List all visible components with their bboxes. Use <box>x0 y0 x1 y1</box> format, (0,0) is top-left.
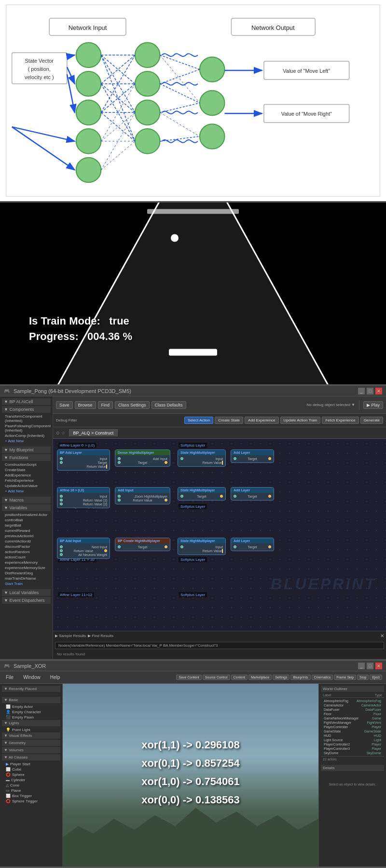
bp-var-expsize[interactable]: experienceMemorySize <box>2 565 51 570</box>
bp-var-arandom[interactable]: actionRandom <box>2 549 51 555</box>
xor-menu-window[interactable]: Window <box>21 675 42 680</box>
bp-var-pos[interactable]: positionNormalized Actor <box>2 512 51 517</box>
bp-sidebar-action[interactable]: ActionComp (Inherited) <box>2 433 51 438</box>
xor-menu-help[interactable]: Help <box>48 675 62 680</box>
bp-variables-header[interactable]: ▼ Variables <box>2 504 51 511</box>
outline-item-pc3[interactable]: PlayerController3Player <box>321 746 384 751</box>
bp-macros-header[interactable]: ▼ Macros <box>2 497 51 503</box>
xor-close-btn[interactable]: ✕ <box>375 663 382 669</box>
outline-item-fight[interactable]: FightVersManagerFightVers <box>321 720 384 725</box>
bp-functions-header[interactable]: ▼ Functions <box>2 454 51 461</box>
add-experience-btn[interactable]: Add Experience <box>245 417 278 424</box>
minimize-btn[interactable]: _ <box>358 388 365 394</box>
bp-sidebar-pawn[interactable]: PawnFollowingComponent (Inherited) <box>2 423 51 433</box>
bp-sidebar-transform[interactable]: TransformComponent (Inherited) <box>2 414 51 423</box>
xor-marketplace-btn[interactable]: Marketplace <box>248 675 272 680</box>
tab-construct[interactable]: BP_ALQ > Construct <box>69 429 118 436</box>
xor-eject-btn[interactable]: Eject <box>370 675 382 680</box>
bp-update-action[interactable]: UpdateActionValue <box>2 483 51 488</box>
save-btn[interactable]: Save <box>56 401 73 409</box>
outline-item-datafuser[interactable]: DataFuserDataFuser <box>321 707 384 712</box>
xor-frame-skip-btn[interactable]: Frame Skip <box>334 675 356 680</box>
xor-player-start[interactable]: ▶ Player Start <box>2 761 60 767</box>
play-btn[interactable]: ▶ Play <box>363 401 383 409</box>
state-vector-sub: ( position, <box>28 66 51 72</box>
bp-var-reward[interactable]: currentReward <box>2 528 51 533</box>
bp-var-expmem[interactable]: experienceMemory <box>2 560 51 565</box>
xor-empty-char[interactable]: 👤 Empty Character <box>2 709 60 715</box>
bp-var-discount[interactable]: discountFactor <box>2 544 51 549</box>
bp-components-header[interactable]: ▼ BP AI.AICell <box>2 398 51 405</box>
outline-item-light[interactable]: Light SourceLight <box>321 738 384 742</box>
outline-item-pc2[interactable]: PlayerController2Player <box>321 742 384 746</box>
bp-var-start[interactable]: Start Train <box>2 581 51 586</box>
xor-cone[interactable]: △ Cone <box>2 783 60 788</box>
xor-basic-header[interactable]: ▼ Basic <box>2 697 60 703</box>
xor-geometry-header[interactable]: ▼ Geometry <box>2 740 60 746</box>
xor-box-trigger[interactable]: ⬜ Box Trigger <box>2 793 60 799</box>
bp-var-dist[interactable]: DistRewardGlog <box>2 570 51 576</box>
xor-minimize-btn[interactable]: _ <box>358 663 365 669</box>
outline-item-floor[interactable]: FloorFloor <box>321 712 384 716</box>
xor-allclasses-header[interactable]: ▼ All Classes <box>2 754 60 760</box>
bp-var-prev[interactable]: previousActionId <box>2 533 51 539</box>
bp-dispatchers-header[interactable]: ▼ Event Dispatchers <box>2 597 51 604</box>
fetch-exp-btn[interactable]: Fetch Experience <box>322 417 358 424</box>
xor-cylinder[interactable]: ▬ Cylinder <box>2 777 60 783</box>
outline-item-skydome[interactable]: SkyDomeSkyDome <box>321 751 384 755</box>
xor-menu-file[interactable]: File <box>4 675 15 680</box>
xor-volumes-header[interactable]: ▼ Volumes <box>2 747 60 753</box>
xor-plane[interactable]: ▭ Plane <box>2 788 60 793</box>
bp-sidebar-add1[interactable]: + Add New <box>2 438 51 444</box>
bp-add-experience[interactable]: AddExperience <box>2 473 51 478</box>
bp-var-target[interactable]: targetBall <box>2 523 51 528</box>
outline-item-gamenet[interactable]: GameNetworkManagerGame <box>321 716 384 720</box>
bp-fetch-experience[interactable]: FetchExperience <box>2 478 51 483</box>
close-btn[interactable]: ✕ <box>375 388 382 394</box>
xor-stop-btn[interactable]: Stop <box>357 675 369 680</box>
xor-settings-btn[interactable]: Settings <box>273 675 290 680</box>
xor-point-light[interactable]: 💡 Point Light <box>2 727 60 732</box>
xor-empty-pawn[interactable]: ⬛ Empty Pawn <box>2 715 60 720</box>
bp-mybp-header[interactable]: ▼ My Blueprint <box>2 447 51 453</box>
xor-sphere[interactable]: ⭕ Sphere <box>2 772 60 777</box>
bp-construct-script[interactable]: ConstructionScript <box>2 462 51 467</box>
outline-item-gamestate[interactable]: GameStateGameState <box>321 729 384 733</box>
find-btn[interactable]: Find <box>98 401 113 409</box>
outline-item-fog[interactable]: AtmosphericFogAtmosphericFog <box>321 699 384 703</box>
outline-item-pc[interactable]: PlayerControllerPlayer <box>321 725 384 729</box>
outline-item-camera[interactable]: CameraActorCameraActor <box>321 703 384 707</box>
update-action-btn[interactable]: Update Action Train <box>280 417 321 424</box>
browse-btn[interactable]: Browse <box>75 401 96 409</box>
bp-sidebar-add2[interactable]: + Add New <box>2 488 51 494</box>
class-settings-btn[interactable]: Class Settings <box>115 401 150 409</box>
xor-save-btn[interactable]: Save Content <box>176 675 201 680</box>
xor-maximize-btn[interactable]: □ <box>367 663 373 669</box>
search-close-icon[interactable]: ✕ <box>380 633 384 638</box>
bp-create-state[interactable]: CreateState <box>2 467 51 473</box>
xor-blueprints-btn[interactable]: Blueprints <box>290 675 310 680</box>
bp-var-ball[interactable]: controlBall <box>2 517 51 523</box>
xor-visual-header[interactable]: ▼ Visual Effects <box>2 732 60 739</box>
bp-components-header2[interactable]: ▼ Components <box>2 406 51 413</box>
xor-sphere-trigger[interactable]: ⭕ Sphere Trigger <box>2 799 60 804</box>
xor-empty-actor[interactable]: ⬜ Empty Actor <box>2 704 60 709</box>
blueprint-canvas[interactable]: BLUEPRINT Affine Layer 0 > (i,0) Softplu… <box>53 439 386 659</box>
maximize-btn[interactable]: □ <box>367 388 373 394</box>
bp-var-curr[interactable]: currentActionId <box>2 539 51 544</box>
xor-lights-header[interactable]: ▼ Lights <box>2 720 60 726</box>
xor-cinematics-btn[interactable]: Cinematics <box>312 675 333 680</box>
outline-item-hud[interactable]: HUDHUD <box>321 733 384 738</box>
select-action-btn[interactable]: Select Action <box>184 417 213 424</box>
xor-recently-placed-header[interactable]: ▼ Recently Placed <box>2 686 60 692</box>
xor-cube[interactable]: ⬜ Cube <box>2 767 60 772</box>
xor-source-btn[interactable]: Source Control <box>203 675 230 680</box>
generate-btn[interactable]: Generate <box>360 417 383 424</box>
blueprint-search-input[interactable] <box>55 642 384 649</box>
bp-var-maxtr[interactable]: maxTrainDirName <box>2 576 51 581</box>
class-defaults-btn[interactable]: Class Defaults <box>152 401 186 409</box>
xor-content-btn[interactable]: Content <box>231 675 248 680</box>
bp-var-count[interactable]: actionCount <box>2 555 51 560</box>
create-state-btn[interactable]: Create State <box>215 417 243 424</box>
bp-localvar-header[interactable]: ▼ Local Variables <box>2 589 51 596</box>
